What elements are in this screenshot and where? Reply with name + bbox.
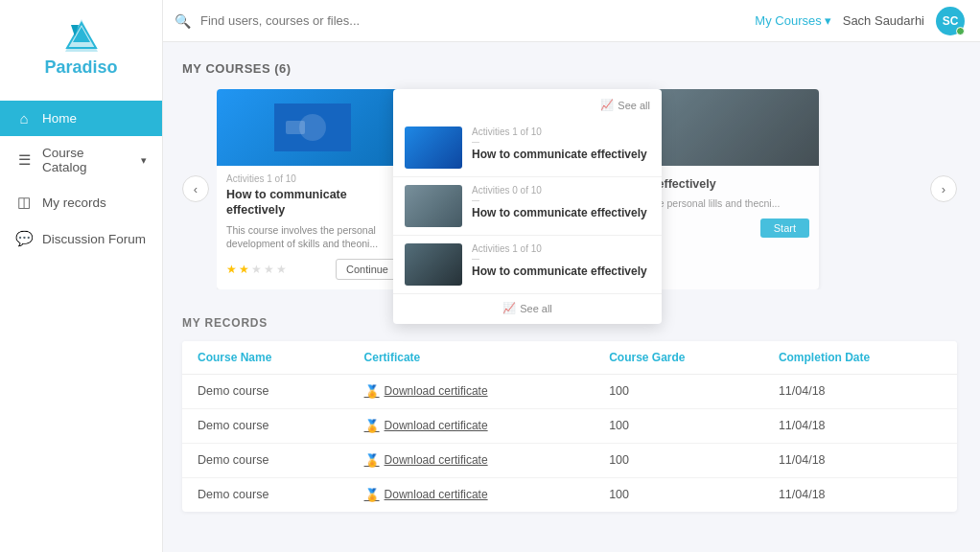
popup-course-name: How to communicate effectively xyxy=(472,206,650,221)
popup-course-info: Activities 0 of 10 — How to communicate … xyxy=(472,185,650,221)
popup-course-name: How to communicate effectively xyxy=(472,148,650,163)
col-certificate: Certificate xyxy=(349,341,595,375)
cert-label: Download certificate xyxy=(385,419,488,432)
logo-icon xyxy=(61,17,102,54)
col-course-grade: Course Garde xyxy=(594,341,763,375)
course-name: ate effectively xyxy=(637,176,809,192)
popup-course-name: How to communicate effectively xyxy=(472,264,650,280)
courses-carousel: ‹ Activities 1 of 10 How to communicate … xyxy=(182,89,957,289)
certificate-icon: 🏅 xyxy=(364,453,380,468)
popup-see-all-bottom[interactable]: 📈 See all xyxy=(393,294,662,316)
popup-thumb-image xyxy=(405,126,462,169)
my-courses-label: My Courses xyxy=(755,13,821,28)
catalog-icon: ☰ xyxy=(15,151,33,169)
popup-activities: Activities 1 of 10 xyxy=(472,126,650,137)
popup-thumbnail xyxy=(405,185,462,227)
download-certificate-link[interactable]: 🏅 Download certificate xyxy=(364,384,579,399)
cell-grade: 100 xyxy=(594,374,763,408)
star-5: ★ xyxy=(276,263,287,276)
sidebar-item-label: Discussion Forum xyxy=(42,232,147,246)
records-body: Demo course 🏅 Download certificate 100 1… xyxy=(182,374,957,512)
cell-grade: 100 xyxy=(594,408,763,443)
cell-course-name: Demo course xyxy=(182,477,349,512)
logo-text: Paradiso xyxy=(44,58,117,78)
records-section: MY RECORDS Course Name Certificate Cours… xyxy=(182,316,957,512)
sidebar-item-label: My records xyxy=(42,196,147,210)
avatar-initials: SC xyxy=(943,14,959,28)
trend-icon-bottom: 📈 xyxy=(502,302,516,314)
col-course-name: Course Name xyxy=(182,341,349,375)
popup-course-info: Activities 1 of 10 — How to communicate … xyxy=(472,126,650,163)
popup-thumbnail xyxy=(405,243,462,286)
cert-label: Download certificate xyxy=(385,384,488,398)
sidebar-item-discussion-forum[interactable]: 💬 Discussion Forum xyxy=(0,220,162,257)
table-row: Demo course 🏅 Download certificate 100 1… xyxy=(182,374,957,408)
cert-label: Download certificate xyxy=(385,453,488,467)
carousel-prev-button[interactable]: ‹ xyxy=(182,175,209,202)
user-name: Sach Saudarhi xyxy=(843,13,924,28)
star-3: ★ xyxy=(251,263,262,276)
svg-rect-6 xyxy=(286,121,305,134)
carousel-next-button[interactable]: › xyxy=(930,175,957,202)
cell-date: 11/04/18 xyxy=(763,408,957,443)
logo-area: Paradiso xyxy=(0,0,162,91)
course-description: es the personal lills and thecni... xyxy=(637,196,809,211)
cell-certificate: 🏅 Download certificate xyxy=(349,477,595,512)
search-icon: 🔍 xyxy=(175,13,191,29)
forum-icon: 💬 xyxy=(15,230,33,247)
star-4: ★ xyxy=(264,263,274,276)
download-certificate-link[interactable]: 🏅 Download certificate xyxy=(364,453,579,468)
course-footer: Start xyxy=(637,218,809,238)
course-activities: Activities 1 of 10 xyxy=(226,173,399,184)
cell-date: 11/04/18 xyxy=(763,477,957,512)
certificate-icon: 🏅 xyxy=(364,384,380,399)
records-table: Course Name Certificate Course Garde Com… xyxy=(182,341,957,512)
cell-date: 11/04/18 xyxy=(763,443,957,477)
sidebar-nav: ⌂ Home ☰ Course Catalog ▾ ◫ My records 💬… xyxy=(0,101,162,257)
my-courses-link[interactable]: My Courses ▾ xyxy=(755,13,830,28)
trend-icon: 📈 xyxy=(600,99,614,111)
course-thumbnail xyxy=(217,89,408,166)
avatar[interactable]: SC xyxy=(936,7,965,35)
popup-activities: Activities 1 of 10 xyxy=(472,243,650,254)
download-certificate-link[interactable]: 🏅 Download certificate xyxy=(364,488,579,502)
course-card-body: Activities 1 of 10 How to communicate ef… xyxy=(217,166,408,289)
start-button[interactable]: Start xyxy=(760,218,809,238)
popup-course-info: Activities 1 of 10 — How to communicate … xyxy=(472,243,650,280)
sidebar-item-home[interactable]: ⌂ Home xyxy=(0,101,162,136)
courses-section-title: MY COURSES (6) xyxy=(182,61,957,76)
col-completion-date: Completion Date xyxy=(763,341,957,375)
course-card: Activities 1 of 10 How to communicate ef… xyxy=(217,89,408,289)
cell-certificate: 🏅 Download certificate xyxy=(349,408,595,443)
main-content: MY COURSES (6) ‹ Activities 1 of 10 How … xyxy=(163,42,980,552)
topbar: 🔍 My Courses ▾ Sach Saudarhi SC xyxy=(163,0,980,42)
sidebar: Paradiso ⌂ Home ☰ Course Catalog ▾ ◫ My … xyxy=(0,0,163,552)
sidebar-item-course-catalog[interactable]: ☰ Course Catalog ▾ xyxy=(0,136,162,184)
cell-course-name: Demo course xyxy=(182,408,349,443)
star-2: ★ xyxy=(239,263,249,276)
sidebar-item-my-records[interactable]: ◫ My records xyxy=(0,184,162,220)
cell-certificate: 🏅 Download certificate xyxy=(349,374,595,408)
popup-thumbnail xyxy=(405,126,462,169)
search-input[interactable] xyxy=(200,13,745,28)
sidebar-item-label: Course Catalog xyxy=(42,146,131,174)
popup-activities: Activities 0 of 10 xyxy=(472,185,650,196)
popup-see-all-top[interactable]: 📈 See all xyxy=(393,99,662,119)
table-header-row: Course Name Certificate Course Garde Com… xyxy=(182,341,957,375)
sidebar-item-label: Home xyxy=(42,111,147,126)
cell-course-name: Demo course xyxy=(182,374,349,408)
home-icon: ⌂ xyxy=(15,110,33,126)
popup-course-item: Activities 1 of 10 — How to communicate … xyxy=(393,236,662,294)
table-header: Course Name Certificate Course Garde Com… xyxy=(182,341,957,375)
cell-course-name: Demo course xyxy=(182,443,349,477)
popup-course-item: Activities 1 of 10 — How to communicate … xyxy=(393,119,662,177)
my-courses-dropdown: 📈 See all Activities 1 of 10 — How to co… xyxy=(393,89,662,324)
certificate-icon: 🏅 xyxy=(364,488,380,502)
online-indicator xyxy=(956,27,965,35)
cell-grade: 100 xyxy=(594,477,763,512)
cell-grade: 100 xyxy=(594,443,763,477)
continue-button[interactable]: Continue xyxy=(336,259,399,280)
certificate-icon: 🏅 xyxy=(364,419,380,433)
course-footer: ★ ★ ★ ★ ★ Continue xyxy=(226,259,399,280)
download-certificate-link[interactable]: 🏅 Download certificate xyxy=(364,419,579,433)
